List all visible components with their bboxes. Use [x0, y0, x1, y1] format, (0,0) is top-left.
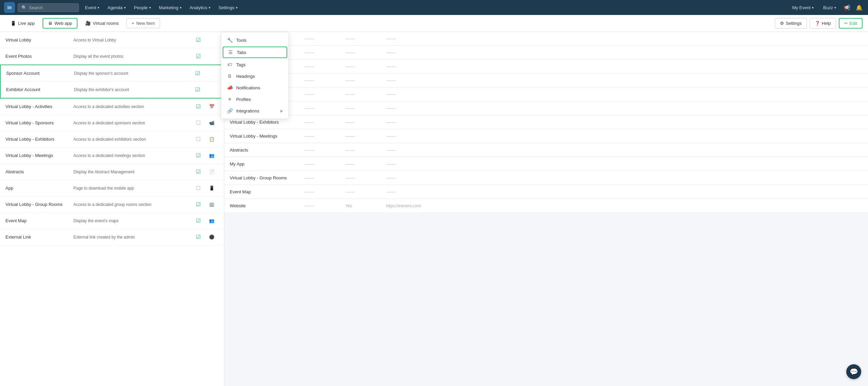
edit-icon: ✏ — [844, 21, 848, 26]
live-app-tab[interactable]: 📱 Live app — [5, 18, 40, 28]
row-name: Virtual Lobby - Sponsors — [5, 120, 73, 125]
dropdown-item-tabs[interactable]: ☰ Tabs — [223, 47, 287, 58]
table-row[interactable]: Exhibitor Account Display the exhibitor'… — [1, 82, 223, 98]
settings-button[interactable]: ⚙ Settings — [775, 18, 807, 29]
right-row-val3: ------- — [386, 190, 427, 194]
nav-people[interactable]: People ▾ — [131, 3, 154, 12]
buzz-menu[interactable]: Buzz ▾ — [820, 3, 839, 12]
nav-menu: Event ▾ Agenda ▾ People ▾ Marketing ▾ An… — [82, 3, 241, 12]
table-row[interactable]: Event Map Display the event's maps ☑ 👥 — [0, 213, 224, 229]
row-checkbox[interactable]: ☑ — [191, 169, 205, 175]
nav-right: My Event ▾ Buzz ▾ 📢 🔔 — [789, 3, 864, 12]
row-name: Abstracts — [5, 169, 73, 174]
dropdown-item-headings[interactable]: B Headings — [221, 70, 289, 82]
right-row-val2: ------- — [345, 106, 386, 111]
row-checkbox[interactable]: ☑ — [191, 152, 205, 159]
megaphone-icon[interactable]: 📢 — [842, 3, 852, 12]
nav-marketing[interactable]: Marketing ▾ — [156, 3, 185, 12]
bell-icon[interactable]: 🔔 — [854, 3, 864, 12]
checkbox-checked-icon: ☑ — [196, 152, 201, 159]
row-checkbox[interactable]: ☑ — [191, 53, 205, 59]
search-box[interactable]: 🔍 — [18, 3, 79, 12]
row-icon: 🏢 — [205, 202, 219, 207]
row-checkbox[interactable]: ☑ — [191, 103, 205, 110]
nav-settings[interactable]: Settings ▾ — [215, 3, 241, 12]
right-row-val2: ------- — [345, 162, 386, 166]
nav-agenda[interactable]: Agenda ▾ — [104, 3, 129, 12]
row-checkbox[interactable]: ☑ — [191, 234, 205, 240]
row-checkbox[interactable]: ☑ — [191, 37, 205, 43]
right-row-val3: ------- — [386, 148, 427, 153]
help-button[interactable]: ❓ Help — [810, 18, 836, 29]
sub-nav-actions: ⚙ Settings ❓ Help ✏ Edit — [775, 18, 863, 29]
row-checkbox[interactable]: ☑ — [191, 201, 205, 208]
right-row-val2: ------- — [345, 134, 386, 139]
row-icon: 📹 — [205, 120, 219, 125]
edit-button[interactable]: ✏ Edit — [839, 18, 863, 29]
right-row-val3: ------- — [386, 92, 427, 97]
dropdown-item-profiles[interactable]: ✳ Profiles — [221, 93, 289, 105]
right-row-val1: ------- — [305, 134, 345, 139]
right-row-val1: ------- — [305, 162, 345, 166]
row-checkbox[interactable]: ☐ — [191, 136, 205, 142]
search-input[interactable] — [29, 5, 73, 10]
table-row[interactable]: Virtual Lobby - Exhibitors Access to a d… — [0, 131, 224, 147]
table-row[interactable]: Virtual Lobby Access to Virtual Lobby ☑ — [0, 32, 224, 48]
row-desc: Access to a dedicated meetings section — [73, 153, 191, 158]
checkbox-checked-icon: ☑ — [196, 217, 201, 224]
table-row[interactable]: App Page to download the mobile app ☐ 📱 — [0, 180, 224, 196]
checkbox-checked-icon: ☑ — [195, 70, 200, 76]
table-row[interactable]: Virtual Lobby - Meetings Access to a ded… — [0, 147, 224, 164]
virtual-rooms-tab[interactable]: 🎥 Virtual rooms — [80, 18, 124, 28]
row-name: Event Photos — [5, 54, 73, 59]
dropdown-label: Tabs — [237, 50, 246, 55]
main-content: Virtual Lobby Access to Virtual Lobby ☑ … — [0, 32, 868, 386]
right-table-row: Virtual Lobby - Group Rooms ------- ----… — [224, 171, 868, 185]
table-row[interactable]: Sponsor Account Display the sponsor's ac… — [1, 65, 223, 82]
table-row[interactable]: Virtual Lobby - Activities Access to a d… — [0, 99, 224, 115]
row-desc: Access to a dedicated activities section — [73, 104, 191, 109]
row-name: App — [5, 186, 73, 191]
monitor-icon: 🖥 — [48, 21, 52, 26]
nav-event[interactable]: Event ▾ — [82, 3, 103, 12]
checkbox-checked-icon: ☑ — [196, 234, 201, 240]
right-row-name: My App — [230, 161, 305, 166]
dropdown-item-tools[interactable]: 🔧 Tools — [221, 34, 289, 46]
right-row-val2: ------- — [345, 176, 386, 180]
table-row[interactable]: Event Photos Display all the event photo… — [0, 48, 224, 65]
help-icon: ❓ — [815, 21, 820, 26]
nav-left: in 🔍 Event ▾ Agenda ▾ People ▾ Marketing… — [4, 2, 241, 13]
right-row-val3: ------- — [386, 50, 427, 55]
row-icon: 📱 — [205, 186, 219, 191]
dropdown-item-tags[interactable]: 🏷 Tags — [221, 59, 289, 70]
phone-icon: 📱 — [11, 21, 16, 26]
row-desc: Page to download the mobile app — [73, 186, 191, 191]
table-row[interactable]: Virtual Lobby - Sponsors Access to a ded… — [0, 115, 224, 131]
right-panel: Virtual Lobby ------- ------- ------- Ev… — [224, 32, 868, 386]
row-name: Virtual Lobby - Meetings — [5, 153, 73, 158]
dropdown-label: Notifications — [236, 85, 260, 90]
row-checkbox[interactable]: ☑ — [191, 86, 204, 93]
table-row[interactable]: External Link External link created by t… — [0, 229, 224, 245]
right-table-row: Exhibitor account ------- ------- ------… — [224, 74, 868, 87]
new-item-button[interactable]: + New Item — [126, 18, 160, 28]
my-event-menu[interactable]: My Event ▾ — [789, 3, 817, 12]
row-checkbox[interactable]: ☐ — [191, 120, 205, 126]
table-row[interactable]: Abstracts Display the Abstract Managemen… — [0, 164, 224, 180]
right-row-val2: ------- — [345, 36, 386, 41]
dropdown-item-notifications[interactable]: 📣 Notifications — [221, 82, 289, 93]
nav-analytics[interactable]: Analytics ▾ — [186, 3, 214, 12]
row-checkbox[interactable]: ☑ — [191, 70, 204, 76]
dropdown-label: Headings — [236, 74, 255, 79]
dropdown-item-integrations[interactable]: 🔗 Integrations ▶ — [221, 105, 289, 117]
row-desc: Access to a dedicated exhibitors section — [73, 137, 191, 142]
row-checkbox[interactable]: ☑ — [191, 217, 205, 224]
row-desc: Display the exhibitor's account — [74, 87, 191, 92]
table-row[interactable]: Virtual Lobby - Group Rooms Access to a … — [0, 196, 224, 213]
chat-bubble[interactable]: 💬 — [846, 364, 861, 379]
row-name: Virtual Lobby — [5, 37, 73, 42]
web-app-tab[interactable]: 🖥 Web app — [42, 18, 77, 29]
right-row-name: Website — [230, 203, 305, 208]
row-checkbox[interactable]: ☐ — [191, 185, 205, 191]
row-desc: Access to a dedicated group rooms sectio… — [73, 202, 191, 207]
